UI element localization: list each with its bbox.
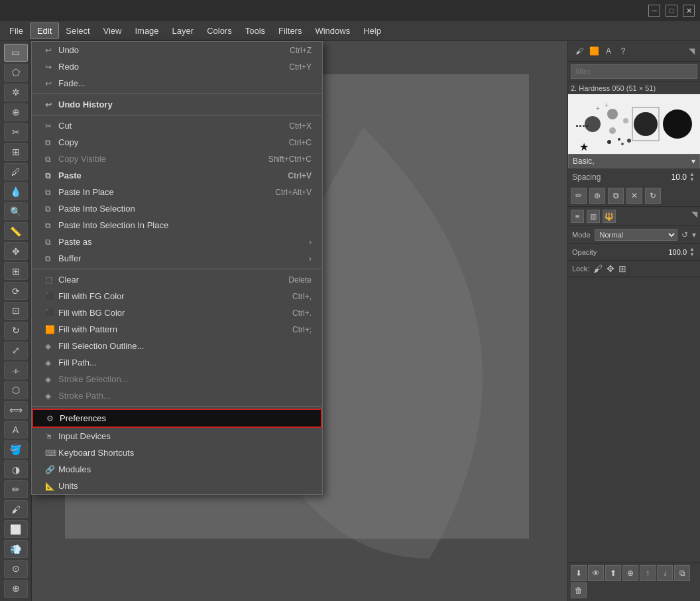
tool-heal[interactable]: ⊕ [4,580,28,598]
menu-paste-into-selection-in-place[interactable]: ⧉ Paste Into Selection In Place [32,217,322,234]
mode-cycle-btn[interactable]: ↺ [681,230,688,239]
close-button[interactable]: ✕ [683,5,695,17]
brush-new-btn[interactable]: ⊕ [589,188,605,204]
panel-collapse[interactable]: ◥ [689,46,695,56]
layer-eye-btn[interactable]: 👁 [588,565,604,581]
tool-pencil[interactable]: ✏ [4,480,28,498]
menu-copy[interactable]: ⧉ Copy Ctrl+C [32,134,322,151]
menu-undo-history[interactable]: ↩ Undo History [32,96,322,113]
tool-transform[interactable]: ⟳ [4,282,28,300]
layer-raise-btn[interactable]: ↑ [640,565,656,581]
menu-stroke-selection[interactable]: ◈ Stroke Selection... [32,371,322,387]
tool-scissors[interactable]: ✂ [4,123,28,141]
tool-paths[interactable]: 🖊 [4,163,28,181]
layer-duplicate-btn[interactable]: ⧉ [674,565,690,581]
menu-fill-bg[interactable]: ⬛ Fill with BG Color Ctrl+. [32,304,322,321]
menu-fill-selection-outline[interactable]: ◈ Fill Selection Outline... [32,338,322,354]
tool-fuzzyselect[interactable]: ✲ [4,84,28,101]
panel-icon-tool[interactable]: 🖌 [573,45,585,57]
menu-paste-as[interactable]: ⧉ Paste as › [32,234,322,250]
brush-edit-btn[interactable]: ✏ [571,188,587,204]
tool-perspective[interactable]: ⬡ [4,381,28,399]
panel-icon-color[interactable]: 🟧 [588,45,600,57]
menu-redo[interactable]: ↪ Redo Ctrl+Y [32,58,322,75]
tool-eraser[interactable]: ⬜ [4,520,28,538]
tool-measure[interactable]: 📏 [4,222,28,240]
paste-as-arrow: › [309,237,312,247]
menu-view[interactable]: View [97,23,129,38]
maximize-button[interactable]: □ [666,5,677,17]
menu-keyboard-shortcuts[interactable]: ⌨ Keyboard Shortcuts [32,444,322,461]
menu-modules[interactable]: 🔗 Modules [32,461,322,478]
tool-zoom[interactable]: 🔍 [4,202,28,220]
tool-airbrush[interactable]: 💨 [4,540,28,558]
tool-rotate[interactable]: ↻ [4,322,28,340]
tool-align[interactable]: ⊞ [4,262,28,280]
menu-copy-visible[interactable]: ⧉ Copy Visible Shift+Ctrl+C [32,151,322,167]
menu-fill-fg[interactable]: ⬛ Fill with FG Color Ctrl+, [32,288,322,304]
tool-blend[interactable]: ◑ [4,460,28,478]
menu-paste-into-selection[interactable]: ⧉ Paste Into Selection [32,200,322,217]
brush-delete-btn[interactable]: ✕ [626,188,642,204]
menu-units[interactable]: 📐 Units [32,478,322,494]
menu-cut[interactable]: ✂ Cut Ctrl+X [32,117,322,134]
menu-paste[interactable]: ⧉ Paste Ctrl+V [32,167,322,184]
lock-alpha-btn[interactable]: ⊞ [618,263,626,274]
menu-input-devices[interactable]: 🖱 Input Devices [32,428,322,444]
mode-dropdown-btn[interactable]: ▾ [692,230,696,239]
menu-help[interactable]: Help [357,23,388,38]
menu-fill-pattern[interactable]: 🟧 Fill with Pattern Ctrl+; [32,321,322,338]
filter-input[interactable] [571,64,697,79]
menu-preferences[interactable]: ⚙ Preferences [32,409,322,428]
menu-paste-in-place[interactable]: ⧉ Paste In Place Ctrl+Alt+V [32,184,322,200]
layer-new-btn[interactable]: ⊕ [622,565,638,581]
mode-select[interactable]: Normal [595,229,677,241]
menu-buffer[interactable]: ⧉ Buffer › [32,250,322,267]
brush-category-select[interactable]: Basic, ▾ [568,154,700,168]
minimize-button[interactable]: ─ [648,5,660,17]
menu-file[interactable]: File [3,23,30,38]
tool-bycolor[interactable]: ⊕ [4,103,28,121]
tool-shear[interactable]: ⟛ [4,362,28,379]
menu-undo[interactable]: ↩ Undo Ctrl+Z [32,42,322,58]
panel-icon-font[interactable]: A [603,45,614,57]
tool-move[interactable]: ✥ [4,242,28,260]
tool-paintbrush[interactable]: 🖌 [4,500,28,518]
panel-icon-question[interactable]: ? [617,45,629,57]
menu-select[interactable]: Select [59,23,96,38]
tool-crop[interactable]: ⊡ [4,302,28,320]
layer-move-down-btn[interactable]: ⬇ [571,565,587,581]
brush-refresh-btn[interactable]: ↻ [645,188,661,204]
tool-selection[interactable]: ▭ [4,44,28,62]
menu-tools[interactable]: Tools [239,23,272,38]
menu-clear[interactable]: ⬚ Clear Delete [32,271,322,288]
menu-fill-path[interactable]: ◈ Fill Path... [32,354,322,371]
tool-scale[interactable]: ⤢ [4,342,28,360]
layer-lower-btn[interactable]: ↓ [657,565,673,581]
lock-position-btn[interactable]: ✥ [607,263,614,274]
tool-freeselect[interactable]: ⬠ [4,64,28,82]
layer-delete-btn[interactable]: 🗑 [571,582,587,598]
layer-icon-stack[interactable]: ≡ [571,210,584,223]
layer-move-up-btn[interactable]: ⬆ [605,565,621,581]
tool-bucket[interactable]: 🪣 [4,440,28,458]
menu-layer[interactable]: Layer [166,23,201,38]
menu-image[interactable]: Image [128,23,165,38]
opacity-row: Opacity 100.0 ▲ ▼ [568,244,700,261]
menu-edit[interactable]: Edit [30,23,59,39]
menu-stroke-path[interactable]: ◈ Stroke Path... [32,387,322,404]
tool-colorpicker[interactable]: 💧 [4,182,28,200]
layer-icon-channels[interactable]: ▥ [587,210,600,223]
tool-flip[interactable]: ⟺ [4,401,28,419]
menu-colors[interactable]: Colors [200,23,239,38]
tool-foreground[interactable]: ⊞ [4,143,28,161]
tool-clone[interactable]: ⊙ [4,560,28,578]
lock-paint-btn[interactable]: 🖌 [593,263,603,274]
menu-windows[interactable]: Windows [308,23,357,38]
layer-icon-paths[interactable]: 🔱 [603,210,616,223]
tool-text[interactable]: A [4,421,28,439]
menu-filters[interactable]: Filters [272,23,308,38]
menu-fade[interactable]: ↩ Fade... [32,75,322,92]
brush-duplicate-btn[interactable]: ⧉ [608,188,624,204]
layer-panel-collapse[interactable]: ◥ [691,210,697,223]
